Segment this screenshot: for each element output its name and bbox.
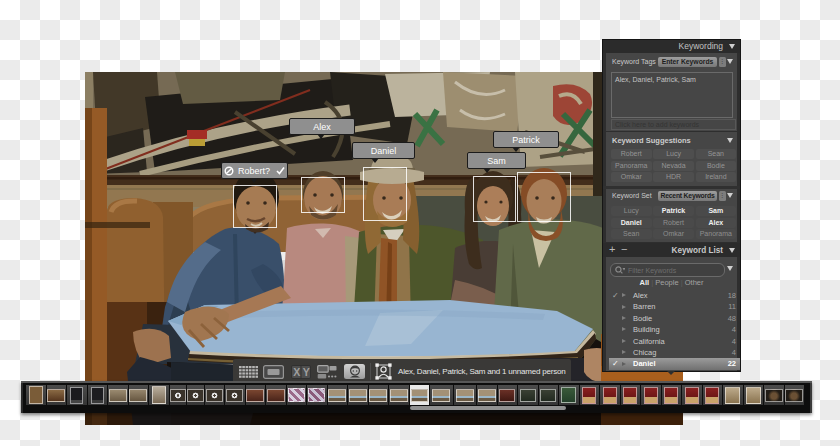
- svg-text:X: X: [293, 366, 300, 378]
- svg-text:Y: Y: [303, 366, 310, 378]
